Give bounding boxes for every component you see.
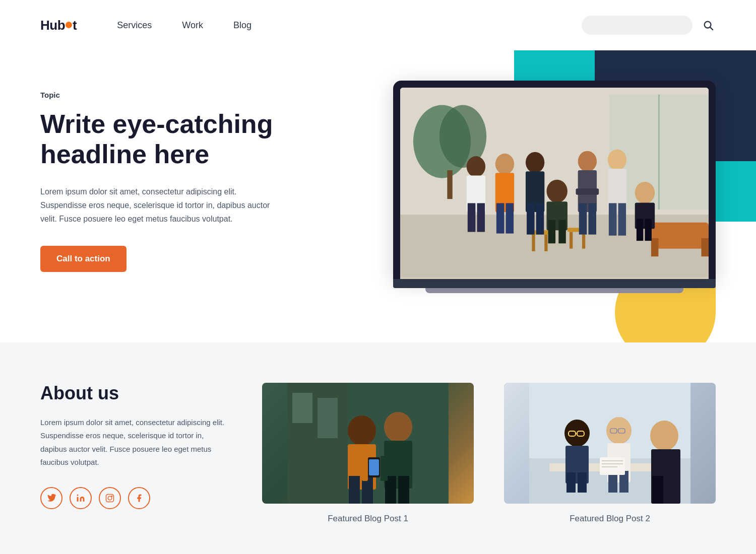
svg-rect-110 bbox=[292, 393, 312, 423]
nav-work[interactable]: Work bbox=[182, 20, 203, 31]
svg-point-104 bbox=[384, 412, 412, 442]
blog-img-1-content bbox=[262, 383, 474, 504]
about-section: About us Lorem ipsum dolor sit amet, con… bbox=[0, 342, 756, 554]
svg-rect-121 bbox=[578, 472, 587, 493]
svg-point-74 bbox=[546, 180, 567, 203]
social-icons bbox=[40, 487, 232, 509]
svg-rect-69 bbox=[506, 203, 514, 233]
main-nav: Services Work Blog bbox=[117, 20, 582, 31]
svg-rect-101 bbox=[362, 458, 368, 481]
search-icon[interactable] bbox=[701, 18, 716, 33]
svg-rect-111 bbox=[318, 398, 338, 438]
svg-rect-77 bbox=[558, 220, 566, 244]
svg-rect-82 bbox=[588, 203, 596, 234]
about-heading: About us bbox=[40, 383, 232, 404]
svg-rect-92 bbox=[106, 495, 114, 502]
linkedin-icon[interactable] bbox=[70, 487, 92, 509]
blog-image-1 bbox=[262, 383, 474, 504]
svg-rect-134 bbox=[600, 457, 625, 475]
blog-title-2: Featured Blog Post 2 bbox=[570, 514, 650, 524]
svg-line-1 bbox=[710, 27, 713, 30]
svg-point-93 bbox=[108, 496, 112, 500]
svg-point-78 bbox=[578, 151, 597, 172]
nav-blog[interactable]: Blog bbox=[233, 20, 251, 31]
hero-topic: Topic bbox=[40, 91, 302, 99]
logo[interactable]: Hubt bbox=[40, 18, 77, 33]
svg-rect-80 bbox=[576, 188, 599, 194]
laptop-base bbox=[393, 279, 716, 288]
svg-rect-72 bbox=[527, 203, 535, 234]
instagram-icon[interactable] bbox=[99, 487, 121, 509]
svg-rect-103 bbox=[369, 459, 379, 475]
svg-rect-133 bbox=[652, 476, 663, 504]
logo-text: Hubt bbox=[40, 18, 77, 33]
svg-rect-50 bbox=[447, 170, 452, 199]
hero-scene-svg bbox=[400, 88, 709, 279]
svg-point-91 bbox=[77, 495, 79, 496]
hero-headline: Write eye-catching headline here bbox=[40, 109, 302, 170]
laptop-outer bbox=[393, 81, 716, 279]
svg-point-66 bbox=[495, 154, 514, 174]
svg-rect-89 bbox=[637, 219, 643, 241]
cta-button[interactable]: Call to action bbox=[40, 246, 127, 272]
hero-body: Lorem ipsum dolor sit amet, consectetur … bbox=[40, 185, 282, 226]
laptop-screen bbox=[400, 88, 709, 279]
about-body: Lorem ipsum dolor sit amet, consectetur … bbox=[40, 416, 232, 469]
svg-rect-57 bbox=[532, 235, 535, 251]
about-grid: About us Lorem ipsum dolor sit amet, con… bbox=[40, 383, 716, 524]
svg-point-97 bbox=[348, 416, 376, 446]
svg-rect-86 bbox=[618, 203, 626, 235]
svg-rect-122 bbox=[565, 461, 589, 467]
svg-rect-64 bbox=[468, 203, 476, 232]
search-input[interactable] bbox=[582, 16, 692, 35]
svg-rect-55 bbox=[701, 238, 709, 256]
svg-rect-120 bbox=[566, 472, 576, 493]
svg-rect-58 bbox=[544, 235, 547, 251]
svg-rect-65 bbox=[477, 203, 485, 232]
svg-rect-60 bbox=[570, 232, 573, 248]
header-right bbox=[582, 16, 716, 35]
blog-card-2: Featured Blog Post 2 bbox=[504, 383, 716, 524]
hero-section: Topic Write eye-catching headline here L… bbox=[0, 50, 756, 342]
svg-rect-76 bbox=[548, 220, 556, 244]
svg-rect-107 bbox=[398, 476, 409, 504]
svg-point-94 bbox=[111, 496, 112, 497]
svg-point-87 bbox=[635, 182, 655, 204]
svg-rect-54 bbox=[651, 238, 659, 256]
facebook-icon[interactable] bbox=[128, 487, 150, 509]
blog-card-1: Featured Blog Post 1 bbox=[262, 383, 474, 524]
hero-laptop-container bbox=[393, 81, 716, 293]
nav-services[interactable]: Services bbox=[117, 20, 152, 31]
hero-content: Topic Write eye-catching headline here L… bbox=[40, 81, 302, 272]
about-left: About us Lorem ipsum dolor sit amet, con… bbox=[40, 383, 232, 509]
blog-title-1: Featured Blog Post 1 bbox=[328, 514, 408, 524]
svg-rect-90 bbox=[645, 219, 651, 241]
svg-rect-81 bbox=[579, 203, 587, 234]
blog-image-2 bbox=[504, 383, 716, 504]
svg-rect-53 bbox=[651, 223, 709, 249]
svg-rect-73 bbox=[536, 203, 544, 234]
svg-point-83 bbox=[608, 150, 626, 170]
svg-point-70 bbox=[526, 152, 544, 173]
header: Hubt Services Work Blog bbox=[0, 0, 756, 50]
laptop-foot bbox=[425, 288, 683, 293]
twitter-icon[interactable] bbox=[40, 487, 62, 509]
svg-point-131 bbox=[650, 421, 678, 451]
blog-img-2-content bbox=[504, 383, 716, 504]
svg-point-62 bbox=[467, 156, 485, 177]
svg-rect-68 bbox=[496, 203, 505, 233]
svg-rect-99 bbox=[349, 476, 360, 504]
svg-rect-85 bbox=[609, 203, 617, 235]
svg-rect-108 bbox=[381, 456, 388, 481]
